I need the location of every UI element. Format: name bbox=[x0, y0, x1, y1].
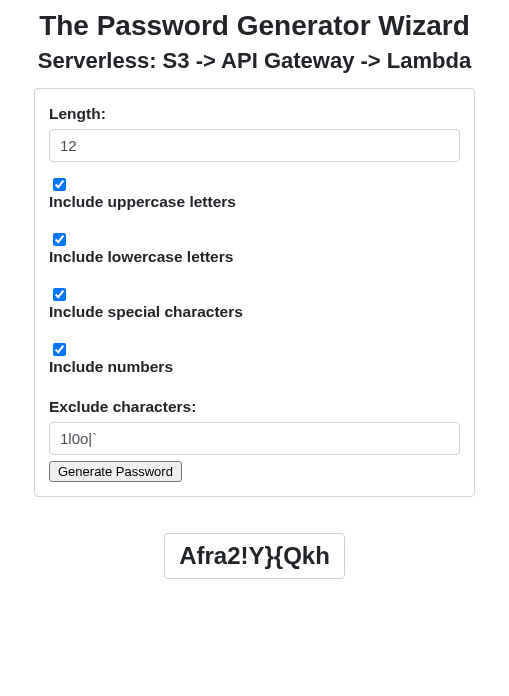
lowercase-label: Include lowercase letters bbox=[49, 248, 460, 266]
length-group: Length: bbox=[49, 105, 460, 162]
result-box: Afra2!Y}{Qkh bbox=[0, 533, 509, 579]
length-label: Length: bbox=[49, 105, 460, 123]
special-checkbox[interactable] bbox=[53, 288, 66, 301]
uppercase-label: Include uppercase letters bbox=[49, 193, 460, 211]
generate-button[interactable]: Generate Password bbox=[49, 461, 182, 482]
special-label: Include special characters bbox=[49, 303, 460, 321]
form-panel: Length: Include uppercase letters Includ… bbox=[34, 88, 475, 497]
exclude-label: Exclude characters: bbox=[49, 398, 460, 416]
page-title: The Password Generator Wizard bbox=[0, 10, 509, 42]
page-subtitle: Serverless: S3 -> API Gateway -> Lambda bbox=[0, 48, 509, 74]
numbers-group: Include numbers bbox=[49, 343, 460, 376]
uppercase-group: Include uppercase letters bbox=[49, 178, 460, 211]
exclude-input[interactable] bbox=[49, 422, 460, 455]
generated-password: Afra2!Y}{Qkh bbox=[164, 533, 345, 579]
exclude-group: Exclude characters: bbox=[49, 398, 460, 455]
uppercase-checkbox[interactable] bbox=[53, 178, 66, 191]
length-input[interactable] bbox=[49, 129, 460, 162]
special-group: Include special characters bbox=[49, 288, 460, 321]
lowercase-group: Include lowercase letters bbox=[49, 233, 460, 266]
numbers-checkbox[interactable] bbox=[53, 343, 66, 356]
numbers-label: Include numbers bbox=[49, 358, 460, 376]
lowercase-checkbox[interactable] bbox=[53, 233, 66, 246]
